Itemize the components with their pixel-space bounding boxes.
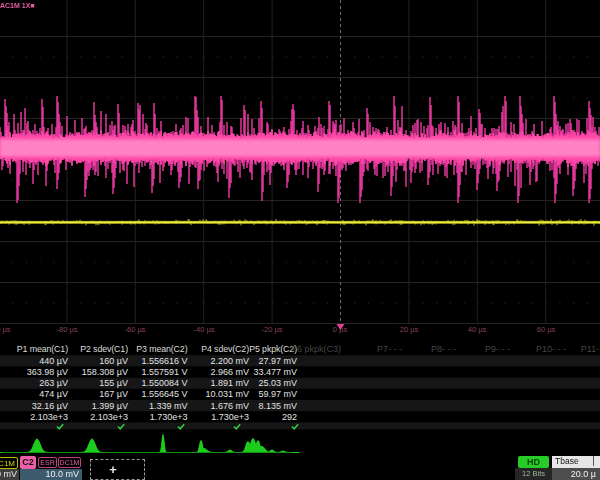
svg-text:167 µV: 167 µV xyxy=(99,389,128,399)
svg-text:160 µV: 160 µV xyxy=(99,356,128,366)
svg-text:1.339 mV: 1.339 mV xyxy=(149,401,188,411)
svg-text:60 µs: 60 µs xyxy=(537,325,556,334)
svg-text:1.399 µV: 1.399 µV xyxy=(92,401,128,411)
svg-text:1.556645 V: 1.556645 V xyxy=(141,389,187,399)
svg-text:P8- - -: P8- - - xyxy=(431,344,456,354)
svg-text:20 µs: 20 µs xyxy=(400,325,419,334)
svg-text:P2 sdev(C1): P2 sdev(C1) xyxy=(80,344,128,354)
svg-text:474 µV: 474 µV xyxy=(39,389,68,399)
svg-text:P5 pkpk(C2): P5 pkpk(C2) xyxy=(249,344,297,354)
svg-text:2.200 mV: 2.200 mV xyxy=(210,356,249,366)
svg-text:P10- - -: P10- - - xyxy=(536,344,566,354)
svg-text:P11- - -: P11- - - xyxy=(581,344,600,354)
svg-text:440 µV: 440 µV xyxy=(39,356,68,366)
svg-text:1.730e+3: 1.730e+3 xyxy=(150,412,188,422)
svg-text:27.97 mV: 27.97 mV xyxy=(258,356,297,366)
svg-text:158.308 µV: 158.308 µV xyxy=(82,367,128,377)
svg-text:2.103e+3: 2.103e+3 xyxy=(30,412,68,422)
svg-text:1.676 mV: 1.676 mV xyxy=(210,401,249,411)
svg-text:292: 292 xyxy=(282,412,297,422)
svg-text:8.135 mV: 8.135 mV xyxy=(258,401,297,411)
svg-text:P3 mean(C2): P3 mean(C2) xyxy=(136,344,187,354)
svg-text:1.557591 V: 1.557591 V xyxy=(141,367,187,377)
svg-text:-20 µs: -20 µs xyxy=(262,325,283,334)
svg-text:P4 sdev(C2): P4 sdev(C2) xyxy=(201,344,249,354)
svg-text:-100 µs: -100 µs xyxy=(0,325,11,334)
svg-text:2.103e+3: 2.103e+3 xyxy=(90,412,128,422)
svg-text:-80 µs: -80 µs xyxy=(57,325,78,334)
svg-text:25.03 mV: 25.03 mV xyxy=(258,378,297,388)
svg-text:2.966 mV: 2.966 mV xyxy=(210,367,249,377)
svg-text:40 µs: 40 µs xyxy=(468,325,487,334)
svg-text:32.16 µV: 32.16 µV xyxy=(32,401,68,411)
svg-text:1.891 mV: 1.891 mV xyxy=(210,378,249,388)
svg-text:-60 µs: -60 µs xyxy=(125,325,146,334)
svg-text:P7- - -: P7- - - xyxy=(377,344,402,354)
svg-text:1.550084 V: 1.550084 V xyxy=(141,378,187,388)
svg-text:363.98 µV: 363.98 µV xyxy=(27,367,68,377)
svg-text:P9- - -: P9- - - xyxy=(485,344,510,354)
svg-text:59.97 mV: 59.97 mV xyxy=(258,389,297,399)
svg-text:10.031 mV: 10.031 mV xyxy=(205,389,249,399)
svg-text:-40 µs: -40 µs xyxy=(194,325,215,334)
svg-text:1.556616 V: 1.556616 V xyxy=(141,356,187,366)
svg-text:263 µV: 263 µV xyxy=(39,378,68,388)
svg-text:P1 mean(C1): P1 mean(C1) xyxy=(17,344,68,354)
svg-text:33.477 mV: 33.477 mV xyxy=(253,367,297,377)
svg-text:155 µV: 155 µV xyxy=(99,378,128,388)
svg-text:P6 pkpk(C3): P6 pkpk(C3) xyxy=(291,344,341,354)
svg-text:AC1M 1X■: AC1M 1X■ xyxy=(0,2,35,9)
svg-text:1.730e+3: 1.730e+3 xyxy=(211,412,249,422)
